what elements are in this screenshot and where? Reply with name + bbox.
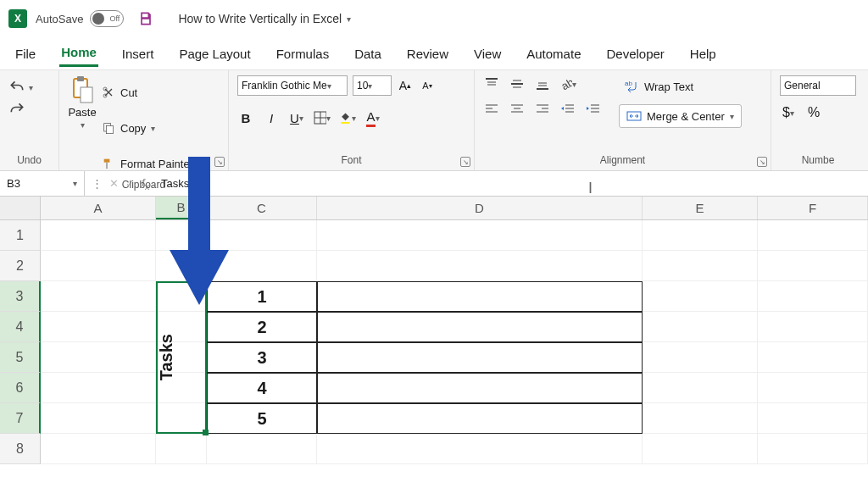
group-undo: ▾ Undo: [0, 70, 59, 170]
cell-d4[interactable]: [317, 312, 643, 342]
fill-color-button[interactable]: ▾: [339, 109, 356, 126]
align-right-icon[interactable]: [534, 101, 551, 118]
group-number: General $▾ % Numbe: [771, 70, 865, 170]
increase-indent-icon[interactable]: [585, 101, 602, 118]
cell-d7[interactable]: [317, 403, 643, 434]
tab-help[interactable]: Help: [688, 42, 718, 66]
row-header-4[interactable]: 4: [0, 312, 41, 342]
row-header-2[interactable]: 2: [0, 251, 41, 281]
undo-button[interactable]: ▾: [8, 79, 33, 96]
autosave-label: AutoSave: [36, 13, 83, 25]
row-header-1[interactable]: 1: [0, 220, 41, 251]
save-icon[interactable]: [137, 10, 154, 27]
row-header-8[interactable]: 8: [0, 434, 41, 464]
tab-review[interactable]: Review: [405, 42, 450, 66]
tab-data[interactable]: Data: [353, 42, 383, 66]
align-bottom-icon[interactable]: [534, 75, 551, 92]
cut-button[interactable]: Cut: [102, 77, 193, 108]
svg-rect-10: [342, 122, 350, 124]
cell-b3-merged[interactable]: Tasks: [156, 281, 207, 434]
cell-d3[interactable]: [317, 281, 643, 312]
tab-file[interactable]: File: [14, 42, 37, 66]
col-header-d[interactable]: D: [317, 197, 643, 219]
decrease-font-icon[interactable]: A▾: [419, 77, 436, 94]
tab-automate[interactable]: Automate: [525, 42, 582, 66]
tab-formulas[interactable]: Formulas: [275, 42, 331, 66]
group-clipboard: Paste ▾ Cut Copy▾ Format Painter Clipboa…: [59, 70, 229, 170]
formula-input[interactable]: Tasks I: [156, 177, 868, 190]
merge-center-button[interactable]: Merge & Center ▾: [619, 104, 742, 128]
svg-rect-6: [106, 125, 113, 133]
paste-label[interactable]: Paste: [68, 106, 96, 119]
col-header-a[interactable]: A: [41, 197, 156, 219]
autosave-toggle[interactable]: Off: [90, 10, 124, 27]
borders-button[interactable]: ▾: [314, 109, 331, 126]
ribbon: ▾ Undo Paste ▾ Cut: [0, 69, 868, 171]
bold-button[interactable]: B: [237, 109, 254, 126]
chevron-down-icon: ▾: [347, 14, 351, 24]
alignment-dialog-launcher[interactable]: ↘: [757, 157, 767, 167]
cell-c3[interactable]: 1: [207, 281, 317, 312]
percent-icon[interactable]: %: [805, 104, 822, 121]
italic-button[interactable]: I: [263, 109, 280, 126]
font-size-select[interactable]: 10▾: [353, 75, 392, 96]
row-header-3[interactable]: 3: [0, 281, 41, 312]
cell-d5[interactable]: [317, 342, 643, 373]
col-header-f[interactable]: F: [758, 197, 868, 219]
cell-c6[interactable]: 4: [207, 373, 317, 403]
ribbon-tabs: File Home Insert Page Layout Formulas Da…: [0, 37, 868, 69]
clipboard-dialog-launcher[interactable]: ↘: [214, 157, 225, 167]
underline-button[interactable]: U▾: [288, 109, 305, 126]
tab-developer[interactable]: Developer: [604, 42, 665, 66]
align-center-icon[interactable]: [509, 101, 526, 118]
copy-button[interactable]: Copy▾: [102, 113, 193, 143]
group-alignment: ab▾ ab Wrap Text Merge & Center: [475, 70, 771, 170]
spreadsheet-grid: A B C D E F 1 2 3 4 5 6 7 8: [0, 197, 868, 464]
font-name-select[interactable]: Franklin Gothic Me▾: [237, 75, 348, 96]
align-left-icon[interactable]: [483, 101, 500, 118]
row-header-6[interactable]: 6: [0, 373, 41, 403]
data-table: Tasks 1 2 3 4 5: [156, 281, 643, 434]
number-format-select[interactable]: General: [780, 75, 856, 96]
decrease-indent-icon[interactable]: [559, 101, 576, 118]
row-header-5[interactable]: 5: [0, 342, 41, 373]
document-title[interactable]: How to Write Vertically in Excel ▾: [178, 12, 351, 25]
cell-d6[interactable]: [317, 373, 643, 403]
tab-home[interactable]: Home: [59, 40, 98, 67]
paste-dropdown[interactable]: ▾: [81, 120, 85, 130]
wrap-text-button[interactable]: ab Wrap Text: [619, 77, 742, 96]
cell-c5[interactable]: 3: [207, 342, 317, 373]
tab-page-layout[interactable]: Page Layout: [177, 42, 252, 66]
paste-icon[interactable]: [68, 75, 97, 104]
svg-text:ab: ab: [559, 76, 572, 92]
align-top-icon[interactable]: [483, 75, 500, 92]
row-header-7[interactable]: 7: [0, 403, 41, 434]
svg-rect-2: [81, 87, 92, 103]
svg-text:ab: ab: [625, 80, 632, 87]
excel-logo-icon: X: [8, 9, 27, 28]
orientation-button[interactable]: ab▾: [559, 75, 576, 92]
group-font: Franklin Gothic Me▾ 10▾ A▴ A▾ B I U▾ ▾ ▾…: [229, 70, 475, 170]
select-all-corner[interactable]: [0, 197, 41, 219]
col-header-c[interactable]: C: [207, 197, 317, 219]
increase-font-icon[interactable]: A▴: [397, 77, 414, 94]
title-bar: X AutoSave Off How to Write Vertically i…: [0, 0, 868, 37]
svg-rect-1: [77, 76, 84, 81]
autosave-control[interactable]: AutoSave Off: [36, 10, 124, 27]
text-cursor-icon: I: [588, 180, 593, 197]
tab-view[interactable]: View: [472, 42, 503, 66]
font-color-button[interactable]: A▾: [364, 109, 381, 126]
tab-insert[interactable]: Insert: [120, 42, 156, 66]
cell-c7[interactable]: 5: [207, 403, 317, 434]
currency-icon[interactable]: $▾: [780, 104, 797, 121]
font-dialog-launcher[interactable]: ↘: [460, 157, 470, 167]
align-middle-icon[interactable]: [509, 75, 526, 92]
col-header-e[interactable]: E: [643, 197, 758, 219]
col-header-b[interactable]: B: [156, 197, 207, 219]
format-painter-button[interactable]: Format Painter: [102, 148, 193, 179]
cell-c4[interactable]: 2: [207, 312, 317, 342]
redo-button[interactable]: [8, 101, 25, 118]
cells-area[interactable]: Tasks 1 2 3 4 5: [41, 220, 868, 464]
